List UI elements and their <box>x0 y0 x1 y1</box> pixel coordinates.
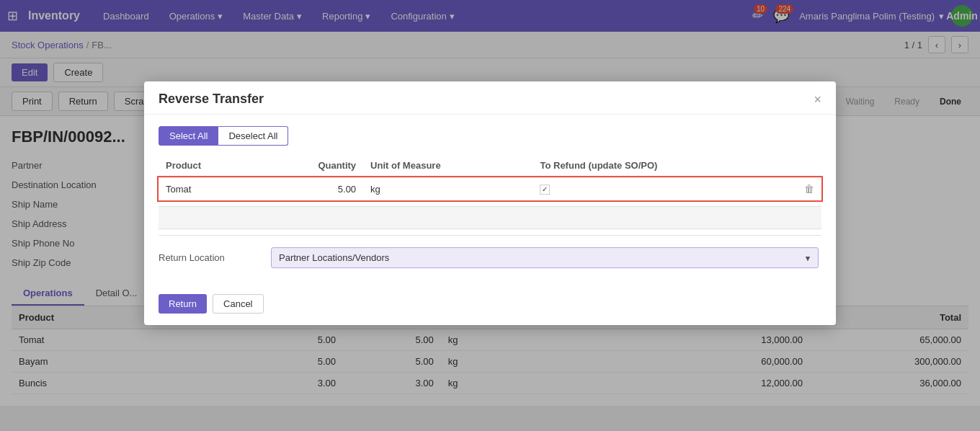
modal-row-uom: kg <box>363 177 533 201</box>
deselect-all-button[interactable]: Deselect All <box>218 126 288 146</box>
modal-divider <box>159 206 821 229</box>
modal-footer: Return Cancel <box>144 285 836 325</box>
modal-row-product: Tomat <box>159 177 258 201</box>
modal-row-quantity: 5.00 <box>258 177 363 201</box>
modal-table: Product Quantity Unit of Measure To Refu… <box>159 154 821 200</box>
modal-close-button[interactable]: × <box>814 93 821 106</box>
modal-col-refund: To Refund (update SO/PO) <box>533 154 797 177</box>
modal-col-quantity: Quantity <box>258 154 363 177</box>
reverse-transfer-modal: Reverse Transfer × Select All Deselect A… <box>144 81 836 325</box>
trash-icon[interactable]: 🗑 <box>804 183 814 195</box>
modal-cancel-button[interactable]: Cancel <box>213 294 263 314</box>
return-location-select[interactable]: Partner Locations/Vendors <box>271 247 819 268</box>
return-location-row: Return Location Partner Locations/Vendor… <box>159 247 821 268</box>
modal-row-delete[interactable]: 🗑 <box>797 177 821 201</box>
return-location-label: Return Location <box>159 252 259 263</box>
refund-checkbox[interactable]: ✓ <box>540 185 550 195</box>
modal-col-product: Product <box>159 154 258 177</box>
modal-header: Reverse Transfer × <box>144 81 836 115</box>
modal-separator <box>159 235 821 236</box>
select-all-button[interactable]: Select All <box>159 126 218 146</box>
modal-title: Reverse Transfer <box>159 92 264 107</box>
select-btn-group: Select All Deselect All <box>159 126 821 146</box>
return-location-select-wrapper: Partner Locations/Vendors ▼ <box>271 247 819 268</box>
modal-return-button[interactable]: Return <box>159 294 207 314</box>
modal-row-refund: ✓ <box>533 177 797 201</box>
modal-table-row[interactable]: Tomat 5.00 kg ✓ 🗑 <box>159 177 821 201</box>
modal-body: Select All Deselect All Product Quantity… <box>144 115 836 285</box>
modal-col-uom: Unit of Measure <box>363 154 533 177</box>
